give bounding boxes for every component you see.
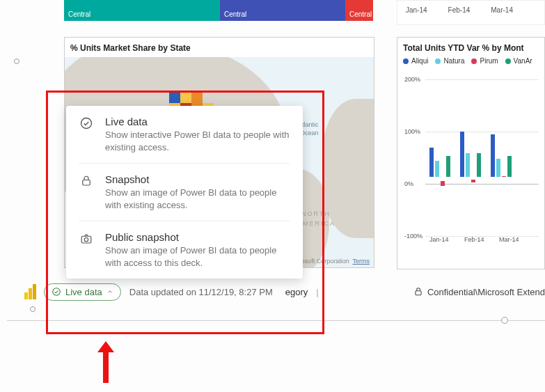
classification: Confidential\Microsoft Extend <box>413 286 545 297</box>
y-tick: 100% <box>404 128 420 135</box>
svg-rect-8 <box>416 291 421 295</box>
legend-label: VanAr <box>514 57 532 65</box>
lock-icon <box>79 173 94 189</box>
svg-point-3 <box>84 238 88 242</box>
y-tick: 200% <box>404 76 420 83</box>
bar-label: Central <box>349 10 372 18</box>
bar-label: Central <box>224 10 246 18</box>
bar <box>477 153 481 178</box>
chart-body: 200% 100% 0% -100% Jan-14Feb-14Mar-14 <box>403 70 539 244</box>
option-title: Public snapshot <box>105 231 290 243</box>
chart-visual[interactable]: Total Units YTD Var % by Mont Aliqui Nat… <box>397 37 545 269</box>
powerbi-icon <box>24 284 37 299</box>
data-mode-popover: Live data Show interactive Power BI data… <box>66 106 303 279</box>
x-tick: Mar-14 <box>491 6 513 14</box>
heat-cell <box>169 92 180 103</box>
legend-label: Aliqui <box>411 57 428 65</box>
heat-cell <box>180 92 191 103</box>
svg-rect-2 <box>81 236 91 243</box>
option-desc: Show an image of Power BI data to people… <box>105 244 290 269</box>
chart-title: Total Units YTD Var % by Mont <box>403 43 539 53</box>
legend-item: VanAr <box>505 57 532 65</box>
svg-rect-1 <box>83 180 90 186</box>
option-desc: Show an image of Power BI data to people… <box>105 187 290 211</box>
continent-label: AMERICA <box>297 220 335 227</box>
chevron-up-icon <box>106 288 113 295</box>
camera-icon <box>79 231 94 246</box>
y-tick: -100% <box>404 233 422 240</box>
x-tick: Jan-14 <box>406 6 427 14</box>
legend-item: Natura <box>435 57 464 65</box>
legend-label: Pirum <box>480 57 498 65</box>
bar-central-blue: Central <box>220 0 345 21</box>
terms-link[interactable]: Terms <box>353 258 370 265</box>
continent-af <box>322 99 374 238</box>
top-color-bars: Central Central Central <box>64 0 374 21</box>
svg-rect-4 <box>24 292 28 299</box>
option-title: Snapshot <box>105 173 290 185</box>
legend-label: Natura <box>443 57 464 65</box>
bar-label: Central <box>68 10 90 18</box>
slide-boundary <box>7 320 545 321</box>
bar <box>491 134 495 177</box>
bars-area <box>429 70 539 230</box>
heat-cell <box>191 92 203 103</box>
annotation-arrow <box>100 341 112 383</box>
check-circle-icon <box>52 287 61 297</box>
legend-dot <box>505 58 511 64</box>
svg-point-7 <box>53 288 61 296</box>
legend-dot <box>435 58 441 64</box>
selection-handle[interactable] <box>501 317 508 324</box>
bar <box>441 181 445 185</box>
option-desc: Show interactive Power BI data to people… <box>105 129 290 153</box>
x-tick: Mar-14 <box>499 236 524 243</box>
bar-central-teal: Central <box>64 0 220 21</box>
x-tick: Feb-14 <box>464 236 489 243</box>
selection-handle[interactable] <box>30 306 35 312</box>
continent-label: NORTH <box>301 210 331 217</box>
breadcrumb-fragment: egory <box>285 287 308 297</box>
bar <box>460 132 464 177</box>
legend-dot <box>403 58 409 64</box>
bar-group <box>429 148 450 230</box>
embed-footer: Live data Data updated on 11/12/19, 8:27… <box>24 281 545 302</box>
selection-handle[interactable] <box>14 58 19 64</box>
data-mode-pill[interactable]: Live data <box>44 283 121 301</box>
map-title: % Units Market Share by State <box>65 38 374 58</box>
legend-item: Pirum <box>471 57 498 65</box>
mini-chart-top: Jan-14 Feb-14 Mar-14 <box>397 0 545 25</box>
svg-point-0 <box>81 118 92 129</box>
svg-rect-6 <box>33 284 36 299</box>
bar <box>496 159 500 178</box>
lock-icon <box>413 286 423 297</box>
option-title: Live data <box>105 116 290 127</box>
bar <box>471 180 475 182</box>
bar <box>446 156 450 178</box>
option-snapshot[interactable]: Snapshot Show an image of Power BI data … <box>79 163 290 221</box>
bar <box>429 148 434 177</box>
legend-dot <box>471 58 477 64</box>
x-tick: Jan-14 <box>429 236 455 243</box>
svg-rect-5 <box>29 288 32 299</box>
bar-group <box>460 132 481 230</box>
chart-legend: Aliqui Natura Pirum VanAr <box>403 57 539 65</box>
option-public-snapshot[interactable]: Public snapshot Show an image of Power B… <box>79 221 290 279</box>
x-labels: Jan-14Feb-14Mar-14 <box>429 236 524 243</box>
option-live-data[interactable]: Live data Show interactive Power BI data… <box>66 106 303 163</box>
updated-text: Data updated on 11/12/19, 8:27 PM <box>129 287 273 297</box>
bar <box>435 161 439 177</box>
legend-item: Aliqui <box>403 57 428 65</box>
pill-label: Live data <box>65 287 102 297</box>
bar <box>507 156 512 178</box>
y-tick: 0% <box>404 180 413 187</box>
bar-central-red: Central <box>345 0 373 21</box>
check-circle-icon <box>79 116 94 131</box>
separator: | <box>315 287 319 297</box>
x-tick: Feb-14 <box>448 6 471 14</box>
classification-text: Confidential\Microsoft Extend <box>427 287 545 297</box>
bar <box>466 153 470 178</box>
bar-group <box>491 134 512 230</box>
bar <box>502 176 506 178</box>
